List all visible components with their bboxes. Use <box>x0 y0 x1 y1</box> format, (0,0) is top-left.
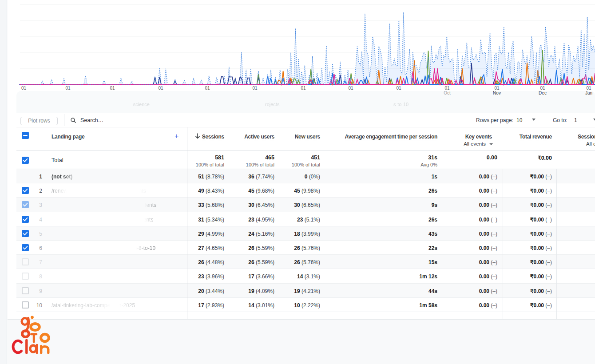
session-rate-scope-select[interactable]: All events <box>586 141 595 146</box>
row-checkbox[interactable] <box>22 187 29 194</box>
rows-per-page-value[interactable]: 10 <box>516 117 522 123</box>
row-number: 10 <box>33 302 42 309</box>
row-revenue: ₹0.00 (–) <box>530 273 552 280</box>
table-row[interactable]: 3 /blog/easy-science-experiments-for-stu… <box>16 198 595 212</box>
x-tick-label: 01 <box>586 86 591 91</box>
legend-fragment: -science <box>131 102 150 107</box>
controls-divider <box>64 114 64 126</box>
row-revenue: ₹0.00 (–) <box>530 259 552 265</box>
row-avg-engagement: 15s <box>428 259 437 265</box>
row-avg-engagement: 26s <box>428 188 437 194</box>
go-to-value[interactable]: 1 <box>574 117 577 123</box>
row-active-users: 26 (5.59%) <box>248 245 274 251</box>
total-active-users: 465 <box>265 154 274 161</box>
plot-rows-button[interactable]: Plot rows <box>20 117 58 125</box>
table-row[interactable]: 1 (not set) 51 (8.78%) 36 (7.74%) 0 (0%)… <box>16 169 595 183</box>
row-sessions: 49 (8.43%) <box>198 188 224 194</box>
row-key-events: 0.00 (–) <box>479 288 497 294</box>
row-landing-page: /renewable-energy-projects-for-students <box>52 188 146 194</box>
row-avg-engagement: 1m 58s <box>419 302 437 309</box>
row-checkbox[interactable] <box>22 301 29 309</box>
row-checkbox[interactable] <box>22 216 29 223</box>
table-row[interactable]: 4 /blog/diy-solar-energy-science-experim… <box>16 212 595 226</box>
column-divider <box>556 169 557 319</box>
row-revenue: ₹0.00 (–) <box>530 174 552 180</box>
row-revenue: ₹0.00 (–) <box>530 188 552 194</box>
table-row[interactable]: 7 /robotics-for-beginners 26 (4.48%) 26 … <box>16 255 595 269</box>
x-tick-label: 01 <box>348 86 353 91</box>
row-active-users: 30 (6.45%) <box>248 202 274 208</box>
row-sessions: 31 (5.34%) <box>198 217 224 223</box>
table-row[interactable]: 6 /blog/best-science-projects-for-class-… <box>16 241 595 255</box>
row-avg-engagement: 9s <box>432 202 437 208</box>
row-avg-engagement: 43s <box>428 231 437 237</box>
column-header-landing-page[interactable]: Landing page <box>52 134 84 140</box>
select-all-checkbox[interactable] <box>22 132 29 139</box>
row-revenue: ₹0.00 (–) <box>530 231 552 237</box>
row-key-events: 0.00 (–) <box>479 174 497 180</box>
total-row-checkbox[interactable] <box>22 157 29 164</box>
key-events-scope-select[interactable]: All events <box>464 141 493 146</box>
row-revenue: ₹0.00 (–) <box>530 217 552 223</box>
row-active-users: 14 (3.01%) <box>248 302 274 309</box>
row-avg-engagement: 44s <box>428 288 437 294</box>
row-landing-page: /blog/best-science-projects-for-class-8-… <box>52 245 155 251</box>
x-tick-label: 01 <box>252 86 257 91</box>
column-header-key-events[interactable]: Key events <box>465 134 492 140</box>
row-checkbox[interactable] <box>22 201 29 208</box>
row-active-users: 45 (9.68%) <box>248 188 274 194</box>
row-sessions: 27 (4.65%) <box>198 245 224 251</box>
row-number: 6 <box>33 245 42 251</box>
row-number: 8 <box>33 273 42 280</box>
table-row[interactable]: 5 /diy-electronics-kits 29 (4.99%) 24 (5… <box>16 226 595 241</box>
search-input[interactable]: Search… <box>70 113 103 127</box>
row-new-users: 26 (5.76%) <box>294 245 320 251</box>
column-header-avg-engagement[interactable]: Average engagement time per session <box>345 134 437 140</box>
total-new-users-sub: 100% of total <box>292 162 320 167</box>
legend-fragment: rojects- <box>265 102 281 107</box>
row-checkbox[interactable] <box>22 230 29 237</box>
column-divider <box>187 127 187 319</box>
x-tick-month-label: Dec <box>539 91 547 95</box>
row-number: 7 <box>33 259 42 265</box>
row-new-users: 19 (4.21%) <box>294 288 320 294</box>
rows-per-page-caret-icon[interactable] <box>532 119 536 121</box>
table-body: 1 (not set) 51 (8.78%) 36 (7.74%) 0 (0%)… <box>16 169 595 312</box>
table-row[interactable]: 9 /atal-tinkering-lab-guide 20 (3.44%) 1… <box>16 284 595 298</box>
row-checkbox[interactable] <box>22 273 29 280</box>
table-row[interactable]: 8 /blog/stem-activities-for-kids 23 (3.9… <box>16 269 595 283</box>
row-checkbox[interactable] <box>22 244 29 251</box>
go-to-caret-icon[interactable] <box>593 119 595 121</box>
column-header-sessions[interactable]: Sessions <box>202 134 224 140</box>
column-header-session-key-event-rate[interactable]: Session key event rate <box>578 134 595 140</box>
column-header-new-users[interactable]: New users <box>295 134 320 140</box>
row-new-users: 30 (6.65%) <box>294 202 320 208</box>
table-total-row: Total 581 100% of total 465 100% of tota… <box>16 151 595 169</box>
row-checkbox[interactable] <box>22 258 29 265</box>
x-tick-month-label: Nov <box>493 91 501 95</box>
search-placeholder: Search… <box>80 117 103 123</box>
row-number: 1 <box>33 174 42 180</box>
row-new-users: 14 (3.1%) <box>297 273 320 280</box>
total-avg-engagement: 31s <box>428 154 437 161</box>
search-icon <box>70 117 76 123</box>
table-row[interactable]: 2 /renewable-energy-projects-for-student… <box>16 183 595 198</box>
column-header-total-revenue[interactable]: Total revenue <box>520 134 552 140</box>
row-revenue: ₹0.00 (–) <box>530 202 552 208</box>
row-revenue: ₹0.00 (–) <box>530 302 552 309</box>
table-row[interactable]: 10 /atal-tinkering-lab-competition-2025 … <box>16 298 595 312</box>
sessions-timeseries-chart <box>0 0 595 91</box>
row-landing-page: /blog/easy-science-experiments-for-stude… <box>52 202 156 208</box>
total-active-users-sub: 100% of total <box>246 162 274 167</box>
row-avg-engagement: 1m 12s <box>419 273 437 280</box>
row-key-events: 0.00 (–) <box>479 245 497 251</box>
x-tick-label: 01 <box>110 86 115 91</box>
row-avg-engagement: 1s <box>432 174 437 180</box>
row-landing-page: (not set) <box>52 174 72 180</box>
column-header-active-users[interactable]: Active users <box>244 134 274 140</box>
chart-legend-band: -sciencerojects-s-to-10 <box>16 91 595 113</box>
add-column-button[interactable]: + <box>175 132 178 140</box>
sort-arrow-icon[interactable] <box>195 133 200 140</box>
row-checkbox[interactable] <box>22 287 29 294</box>
gotoclan-watermark-logo <box>11 311 68 362</box>
